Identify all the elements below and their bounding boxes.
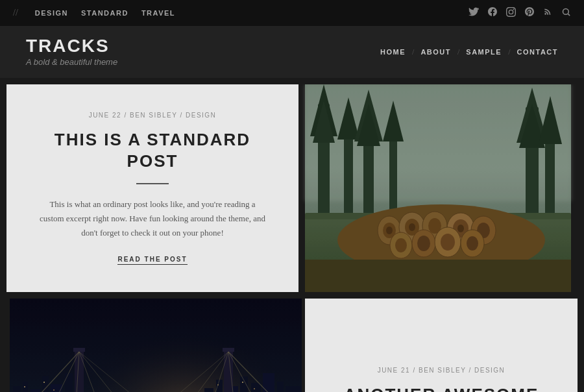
post-2-meta: JUNE 21 / BEN SIBLEY / DESIGN bbox=[378, 367, 505, 374]
content-area: JUNE 22 / BEN SIBLEY / DESIGN THIS IS A … bbox=[0, 78, 584, 392]
nav-about[interactable]: ABOUT bbox=[420, 48, 451, 56]
top-bar: // DESIGN STANDARD TRAVEL bbox=[0, 0, 584, 26]
site-header: TRACKS A bold & beautiful theme HOME / A… bbox=[0, 26, 584, 78]
site-branding: TRACKS A bold & beautiful theme bbox=[26, 37, 117, 67]
post-1-read-more[interactable]: READ THE POST bbox=[117, 256, 187, 265]
post-1-meta: JUNE 22 / BEN SIBLEY / DESIGN bbox=[89, 112, 217, 119]
site-tagline: A bold & beautiful theme bbox=[26, 57, 117, 67]
main-nav: HOME / ABOUT / SAMPLE / CONTACT bbox=[380, 47, 558, 57]
post-1-title: THIS IS A STANDARD POST bbox=[39, 129, 266, 173]
nav-sep-2: / bbox=[457, 47, 459, 57]
search-button[interactable] bbox=[561, 7, 571, 19]
svg-rect-105 bbox=[10, 299, 302, 392]
slash-decoration: // bbox=[13, 8, 18, 18]
site-title: TRACKS bbox=[26, 37, 117, 55]
forest-scene-svg bbox=[298, 84, 578, 292]
nav-sep-3: / bbox=[508, 47, 510, 57]
facebook-icon[interactable] bbox=[488, 6, 497, 19]
post-row-1: JUNE 22 / BEN SIBLEY / DESIGN THIS IS A … bbox=[6, 84, 578, 292]
post-2-image bbox=[6, 299, 305, 392]
post-2-card-text: JUNE 21 / BEN SIBLEY / DESIGN ANOTHER AW… bbox=[305, 299, 578, 392]
topnav-design[interactable]: DESIGN bbox=[35, 9, 68, 17]
svg-point-0 bbox=[563, 9, 569, 15]
top-bar-right bbox=[468, 6, 571, 19]
nav-home[interactable]: HOME bbox=[380, 48, 406, 56]
post-1-image bbox=[298, 84, 578, 292]
nav-sample[interactable]: SAMPLE bbox=[466, 48, 502, 56]
pinterest-icon[interactable] bbox=[525, 6, 534, 19]
instagram-icon[interactable] bbox=[506, 7, 516, 19]
city-scene-svg bbox=[6, 299, 305, 392]
top-bar-left: // DESIGN STANDARD TRAVEL bbox=[13, 8, 175, 18]
svg-line-1 bbox=[568, 14, 570, 16]
post-1-excerpt: This is what an ordinary post looks like… bbox=[39, 197, 266, 240]
post-1-divider bbox=[136, 183, 169, 184]
svg-rect-45 bbox=[305, 84, 571, 292]
post-2-title: ANOTHER AWESOME POST bbox=[337, 384, 545, 392]
nav-sep-1: / bbox=[412, 47, 414, 57]
nav-contact[interactable]: CONTACT bbox=[517, 48, 558, 56]
rss-icon[interactable] bbox=[543, 7, 552, 19]
twitter-icon[interactable] bbox=[468, 7, 479, 19]
post-1-card-text: JUNE 22 / BEN SIBLEY / DESIGN THIS IS A … bbox=[6, 84, 298, 292]
post-row-2: JUNE 21 / BEN SIBLEY / DESIGN ANOTHER AW… bbox=[6, 299, 578, 392]
topnav-standard[interactable]: STANDARD bbox=[81, 9, 128, 17]
topnav-travel[interactable]: TRAVEL bbox=[141, 9, 175, 17]
